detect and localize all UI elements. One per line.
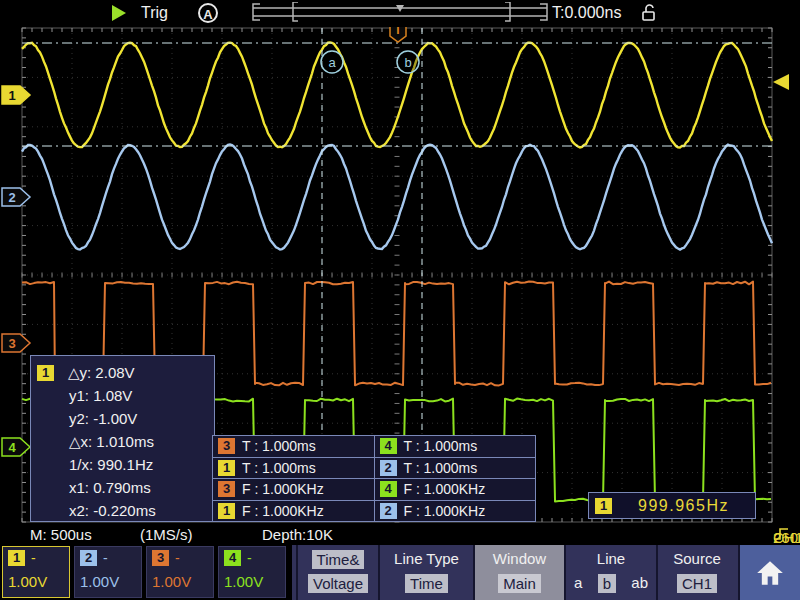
measurement-channel-badge: 2 (380, 503, 397, 519)
line-type-label: Line Type (394, 550, 459, 567)
cursor-type-line1: Time& (312, 550, 365, 569)
measurement-channel-badge: 3 (218, 438, 235, 454)
measurement-cell: 1T : 1.000ms (213, 458, 374, 479)
line-option-b[interactable]: b (598, 574, 616, 593)
freq-counter-value: 999.965Hz (612, 497, 755, 515)
svg-text:4: 4 (8, 440, 16, 455)
cursor-measure-row: y1: 1.08V (31, 384, 214, 407)
cursor-measure-row: 1/x: 990.1Hz (31, 453, 214, 476)
line-type-value: Time (405, 574, 448, 593)
line-option-ab[interactable]: ab (631, 574, 648, 593)
svg-text:3: 3 (8, 336, 15, 351)
channel-2-menu-box[interactable]: 2-1.00V (74, 546, 142, 598)
cursor-measure-row: △x: 1.010ms (31, 430, 214, 453)
cursor-panel-channel-badge: 1 (37, 365, 54, 381)
coupling-indicator: - (103, 550, 108, 566)
cursor-measure-panel: 1△y: 2.08Vy1: 1.08Vy2: -1.00V△x: 1.010ms… (30, 355, 215, 522)
auto-trigger-icon: A (198, 3, 218, 23)
horizontal-offset-readout: T:0.000ns (552, 4, 621, 22)
line-option-a[interactable]: a (574, 574, 582, 593)
measurement-cell: 2F : 1.000KHz (375, 501, 536, 522)
measurement-channel-badge: 4 (380, 481, 397, 497)
timebase-readout: M: 500us (30, 526, 92, 543)
measurement-channel-badge: 1 (218, 460, 235, 476)
channel-1-menu-box[interactable]: 1-1.00V (2, 546, 70, 598)
trigger-status-label: Trig (141, 4, 168, 22)
measurement-channel-badge: 1 (218, 503, 235, 519)
volts-per-div: 1.00V (224, 573, 285, 590)
coupling-indicator: - (247, 550, 252, 566)
channel-3-menu-box[interactable]: 3-1.00V (146, 546, 214, 598)
measurements-panel: 3T : 1.000ms4T : 1.000ms1T : 1.000ms2T :… (212, 435, 536, 522)
bottom-menu-bar: 1-1.00V2-1.00V3-1.00V4-1.00V Time& Volta… (0, 545, 800, 600)
line-label: Line (597, 550, 625, 567)
window-value: Main (498, 574, 541, 593)
measurement-channel-badge: 2 (380, 460, 397, 476)
top-status-bar: Trig A T:0.000ns (0, 0, 800, 27)
cursor-type-line2: Voltage (308, 574, 368, 593)
coupling-indicator: - (175, 550, 180, 566)
window-button[interactable]: Window Main (473, 545, 564, 600)
window-label: Window (493, 550, 546, 567)
measurement-cell: 3T : 1.000ms (213, 436, 374, 457)
home-button[interactable] (738, 545, 800, 600)
measurement-channel-badge: 3 (218, 481, 235, 497)
cursor-measure-row: y2: -1.00V (31, 407, 214, 430)
home-icon (756, 560, 784, 586)
trigger-level-value: 260mV (773, 529, 800, 546)
cursor-measure-row: x2: -0.220ms (31, 499, 214, 522)
measurement-cell: 4F : 1.000KHz (375, 479, 536, 500)
trigger-readout: CH1:DC- 260mV (773, 526, 790, 542)
channel-badge: 3 (152, 550, 169, 566)
channel-badge: 4 (224, 550, 241, 566)
line-type-button[interactable]: Line Type Time (378, 545, 473, 600)
measurement-channel-badge: 4 (380, 438, 397, 454)
cursor-measure-row: x1: 0.790ms (31, 476, 214, 499)
sample-rate-readout: (1MS/s) (140, 526, 193, 543)
svg-text:b: b (404, 55, 411, 70)
measurement-cell: 3F : 1.000KHz (213, 479, 374, 500)
svg-text:1: 1 (8, 88, 15, 103)
volts-per-div: 1.00V (8, 573, 69, 590)
cursor-type-button[interactable]: Time& Voltage (296, 545, 378, 600)
freq-counter-channel-badge: 1 (595, 498, 612, 514)
source-label: Source (673, 550, 721, 567)
svg-text:a: a (328, 55, 336, 70)
volts-per-div: 1.00V (152, 573, 213, 590)
cursor-measure-row: 1△y: 2.08V (31, 361, 214, 384)
unlock-icon[interactable] (640, 4, 658, 22)
source-value: CH1 (677, 574, 717, 593)
memory-depth-readout: Depth:10K (262, 526, 333, 543)
status-bar: M: 500us (1MS/s) Depth:10K CH1:DC- 260mV (0, 523, 800, 545)
channel-badge: 1 (8, 550, 25, 566)
cursor-line-select-button[interactable]: Line a b ab (564, 545, 656, 600)
run-play-icon[interactable] (112, 5, 126, 21)
channel-badge: 2 (80, 550, 97, 566)
measurement-cell: 4T : 1.000ms (375, 436, 536, 457)
oscilloscope-screen: abT1234 Trig A T:0.000ns 1△y (0, 0, 800, 600)
channel-4-menu-box[interactable]: 4-1.00V (218, 546, 286, 598)
coupling-indicator: - (31, 550, 36, 566)
svg-text:2: 2 (8, 190, 15, 205)
source-button[interactable]: Source CH1 (656, 545, 736, 600)
measurement-cell: 1F : 1.000KHz (213, 501, 374, 522)
volts-per-div: 1.00V (80, 573, 141, 590)
frequency-counter: 1 999.965Hz (588, 492, 756, 519)
measurement-cell: 2T : 1.000ms (375, 458, 536, 479)
memory-position-indicator[interactable] (250, 2, 550, 22)
